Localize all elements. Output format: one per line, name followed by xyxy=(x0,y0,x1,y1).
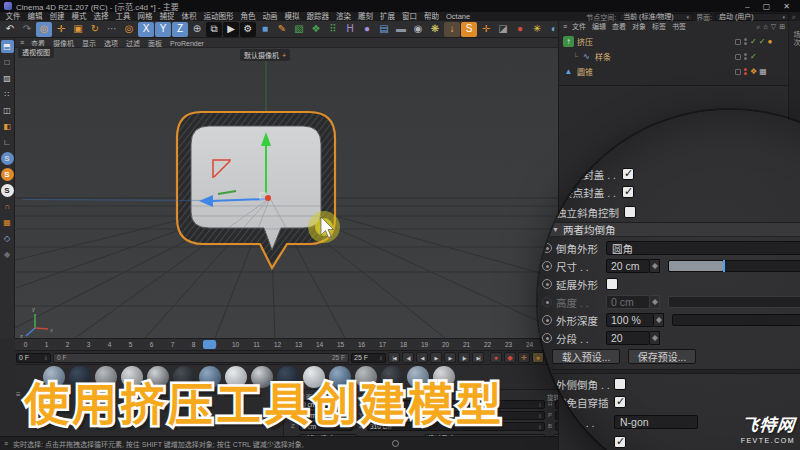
current-frame-field[interactable]: 0 F⇕ xyxy=(16,353,51,363)
menu-item[interactable]: 捕捉 xyxy=(156,12,178,21)
viewport-menu-item[interactable]: 显示 xyxy=(78,40,100,47)
menu-item[interactable]: 渲染 xyxy=(333,12,355,21)
minimize-button[interactable]: – xyxy=(745,2,749,11)
camera-label[interactable]: 默认摄像机 + xyxy=(240,49,290,61)
menu-item[interactable]: 工具 xyxy=(112,12,134,21)
viewport-solo-off-icon[interactable]: S xyxy=(1,152,14,165)
move-icon[interactable]: ✛ xyxy=(53,22,69,37)
undo-icon[interactable]: ↶ xyxy=(2,22,18,37)
om-burger-icon[interactable]: ≡ xyxy=(563,23,567,30)
om-filter-icon[interactable]: ▽ xyxy=(771,23,776,31)
scale-icon[interactable]: ▣ xyxy=(70,22,86,37)
ngon-type-dropdown[interactable]: N-gon xyxy=(614,415,698,429)
deformer-icon[interactable]: ▤ xyxy=(376,22,392,37)
size-slider[interactable] xyxy=(668,260,800,272)
load-preset-button[interactable]: 载入预设... xyxy=(552,349,620,364)
timeline-playhead[interactable] xyxy=(203,340,216,349)
size-stepper[interactable] xyxy=(650,259,660,273)
z-axis-lock-icon[interactable]: Z xyxy=(172,22,188,37)
keyframe-position-button[interactable]: ✛ xyxy=(518,352,530,363)
keyframe-parameter-button[interactable]: ● xyxy=(532,352,544,363)
point-mode-icon[interactable]: ∷ xyxy=(1,88,14,101)
height-slider[interactable] xyxy=(668,296,800,308)
menu-item[interactable]: 网格 xyxy=(134,12,156,21)
make-editable-icon[interactable]: ⬒ xyxy=(1,40,14,53)
frame-range-slider[interactable]: 0 F25 F xyxy=(53,353,349,363)
metaball-icon[interactable]: ● xyxy=(359,22,375,37)
om-menu-item[interactable]: 文件 xyxy=(569,22,589,31)
layer-square[interactable] xyxy=(735,69,741,75)
enabled-check-icon[interactable]: ✓ xyxy=(759,38,766,46)
size-field[interactable]: 20 cm xyxy=(606,259,650,273)
snap-icon[interactable]: ∩ xyxy=(1,200,14,213)
octane-render-icon[interactable]: ● xyxy=(512,22,528,37)
menu-item[interactable]: 雕刻 xyxy=(355,12,377,21)
previous-frame-button[interactable]: ◀ xyxy=(416,352,428,363)
render-picture-viewer-icon[interactable]: ▶ xyxy=(223,22,239,37)
om-menu-item[interactable]: 书签 xyxy=(669,22,689,31)
last-tool-icon[interactable]: ⋯ xyxy=(104,22,120,37)
go-to-end-button[interactable]: ▶| xyxy=(472,352,484,363)
sculpt-icon[interactable]: S xyxy=(461,22,477,37)
menu-item[interactable]: 体积 xyxy=(178,12,200,21)
tag-icon[interactable]: ● xyxy=(767,38,772,46)
workplane-tool-icon[interactable]: ◪ xyxy=(495,22,511,37)
save-preset-button[interactable]: 保存预设... xyxy=(628,349,696,364)
cap-start-checkbox[interactable] xyxy=(622,168,634,180)
viewport-menu-item[interactable]: ProRender xyxy=(166,40,208,47)
depth-field[interactable]: 100 % xyxy=(606,313,654,327)
go-to-start-button[interactable]: |◀ xyxy=(388,352,400,363)
record-keyframe-button[interactable]: ● xyxy=(490,352,502,363)
camera-icon[interactable]: ◉ xyxy=(410,22,426,37)
object-row-cone[interactable]: ▲ 圆锥 ❖ ▦ xyxy=(563,64,798,79)
om-menu-item[interactable]: 对象 xyxy=(629,22,649,31)
menu-item[interactable]: 角色 xyxy=(237,12,259,21)
menu-item[interactable]: 动画 xyxy=(259,12,281,21)
segments-field[interactable]: 20 xyxy=(606,331,650,345)
texture-tag-icon[interactable]: ▦ xyxy=(759,68,767,76)
om-search-icon[interactable]: ⌕ xyxy=(757,23,761,31)
edge-mode-icon[interactable]: ◫ xyxy=(1,104,14,117)
subdivision-surface-icon[interactable]: ▧ xyxy=(291,22,307,37)
render-view-icon[interactable]: ⧉ xyxy=(206,22,222,37)
quantize-icon[interactable]: ▦ xyxy=(1,216,14,229)
octane-ipr-icon[interactable]: ✳ xyxy=(529,22,545,37)
timeline-ruler[interactable]: 0123456789101112131415161718192021222324… xyxy=(15,338,558,350)
view-label[interactable]: 透视视图 xyxy=(18,46,54,58)
menu-item[interactable]: 窗口 xyxy=(399,12,421,21)
menu-item[interactable]: 模式 xyxy=(68,12,90,21)
coordinate-system-icon[interactable]: ⊕ xyxy=(189,22,205,37)
workplane-icon[interactable]: ◇ xyxy=(1,232,14,245)
next-key-button[interactable]: |▶ xyxy=(458,352,470,363)
axis-tool-icon[interactable]: ✛ xyxy=(478,22,494,37)
render-settings-icon[interactable]: ⚙ xyxy=(240,22,256,37)
menu-item[interactable]: 创建 xyxy=(46,12,68,21)
partial-checkbox[interactable] xyxy=(614,436,626,448)
viewport-menu-item[interactable]: 面板 xyxy=(144,40,166,47)
object-row-extrude[interactable]: ↑ 挤压 ✓ ✓ ● xyxy=(563,34,798,49)
x-axis-lock-icon[interactable]: X xyxy=(138,22,154,37)
enabled-check-icon[interactable]: ✓ xyxy=(750,38,757,46)
rotate-icon[interactable]: ↻ xyxy=(87,22,103,37)
polygon-mode-icon[interactable]: ◧ xyxy=(1,120,14,133)
viewport-solo-hierarchy-icon[interactable]: S xyxy=(1,184,14,197)
menu-item[interactable]: 选择 xyxy=(90,12,112,21)
close-button[interactable]: ✕ xyxy=(783,2,790,11)
status-burger-icon[interactable]: ≡ xyxy=(4,440,8,447)
menu-item[interactable]: 跟踪器 xyxy=(303,12,333,21)
symmetry-icon[interactable]: H xyxy=(342,22,358,37)
avoid-self-intersection-checkbox[interactable] xyxy=(614,396,626,408)
viewport-burger-icon[interactable]: ≡ xyxy=(20,39,24,46)
floor-icon[interactable]: ▬ xyxy=(393,22,409,37)
play-button[interactable]: ▶ xyxy=(430,352,442,363)
previous-key-button[interactable]: ◀| xyxy=(402,352,414,363)
tag-icon[interactable]: ❖ xyxy=(750,68,757,76)
model-mode-icon[interactable]: □ xyxy=(1,56,14,69)
layer-square[interactable] xyxy=(735,54,741,60)
om-menu-item[interactable]: 标签 xyxy=(649,22,669,31)
primitive-cube-icon[interactable]: ■ xyxy=(257,22,273,37)
material-menu-icon[interactable]: ≡ xyxy=(16,390,21,399)
height-stepper[interactable] xyxy=(650,295,660,309)
bevel-shape-dropdown[interactable]: 圆角 xyxy=(606,241,800,255)
lock-workplane-icon[interactable]: ◆ xyxy=(1,248,14,261)
